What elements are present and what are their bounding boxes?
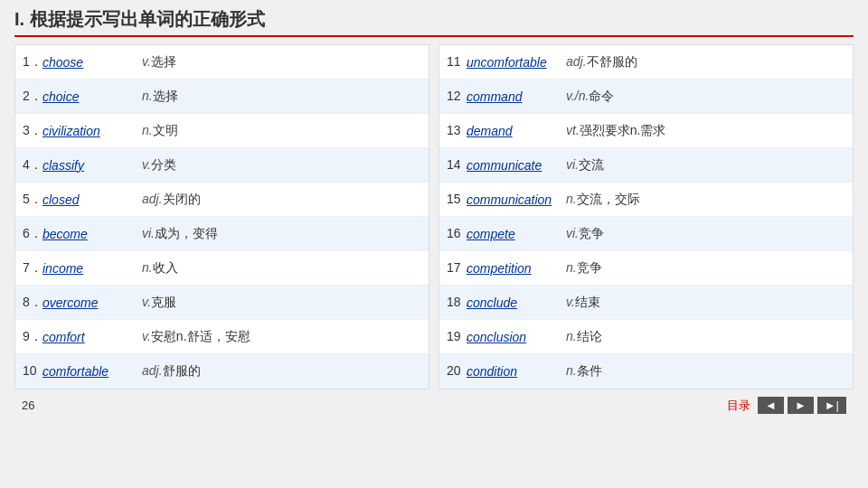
row-number: 10． [23,363,42,380]
vocab-definition: v.分类 [142,157,421,174]
vocab-word: closed [42,192,142,207]
vocab-word: communication [467,192,566,207]
row-number: 20． [447,363,467,380]
row-number: 12． [447,89,467,105]
content-area: 1．choosev.选择2．choicen.选择3．civilizationn.… [14,44,854,389]
table-row: 17．competitionn.竞争 [439,251,853,286]
vocab-word: communicate [467,158,566,173]
vocab-definition: v.安慰n.舒适，安慰 [142,329,421,345]
main-container: I. 根据提示写出单词的正确形式 1．choosev.选择2．choicen.选… [0,0,868,488]
page-title: I. 根据提示写出单词的正确形式 [14,7,854,37]
row-number: 13． [447,123,467,139]
vocab-word: classify [42,158,142,173]
table-row: 10．comfortableadj.舒服的 [15,354,429,389]
vocab-word: compete [467,227,566,241]
vocab-definition: v.克服 [142,295,421,311]
vocab-definition: n.竞争 [566,260,845,277]
vocab-word: comfortable [42,364,142,379]
vocab-word: comfort [42,330,142,344]
table-row: 11．uncomfortableadj.不舒服的 [439,45,853,80]
vocab-definition: n.收入 [142,260,421,277]
vocab-word: condition [467,364,566,379]
menu-button[interactable]: 目录 [727,398,750,414]
table-row: 19．conclusionn.结论 [439,320,853,354]
vocab-word: civilization [42,124,142,138]
vocab-definition: n.交流，交际 [566,192,845,208]
row-number: 6． [23,226,42,242]
table-row: 14．communicatevi.交流 [439,148,853,183]
vocab-word: overcome [42,296,142,310]
table-row: 5．closedadj.关闭的 [15,183,429,217]
row-number: 16． [447,226,467,242]
row-number: 14． [447,157,467,174]
table-row: 9．comfortv.安慰n.舒适，安慰 [15,320,429,354]
navigation-buttons: 目录 ◄ ► ►| [727,397,846,414]
vocab-definition: v.结束 [566,295,845,311]
row-number: 4． [23,157,42,174]
vocab-word: income [42,261,142,276]
vocab-word: demand [467,124,566,138]
row-number: 15． [447,192,467,208]
right-column: 11．uncomfortableadj.不舒服的12．commandv./n.命… [439,44,854,389]
footer: 26 目录 ◄ ► ►| [14,393,854,418]
table-row: 8．overcomev.克服 [15,286,429,320]
table-row: 4．classifyv.分类 [15,148,429,183]
row-number: 1． [23,54,42,70]
vocab-word: command [467,89,566,104]
table-row: 18．concludev.结束 [439,286,853,320]
table-row: 7．incomen.收入 [15,251,429,286]
vocab-definition: n.选择 [142,89,421,105]
table-row: 16．competevi.竞争 [439,217,853,251]
table-row: 2．choicen.选择 [15,80,429,114]
row-number: 9． [23,329,42,345]
table-row: 20．conditionn.条件 [439,354,853,389]
vocab-definition: n.结论 [566,329,845,345]
vocab-definition: n.文明 [142,123,421,139]
table-row: 3．civilizationn.文明 [15,114,429,148]
vocab-definition: adj.不舒服的 [566,54,845,70]
vocab-word: conclude [467,296,566,310]
table-row: 6．becomevi.成为，变得 [15,217,429,251]
row-number: 11． [447,54,467,70]
page-number: 26 [22,399,34,412]
vocab-definition: adj.舒服的 [142,363,421,380]
row-number: 17． [447,260,467,277]
vocab-word: choice [42,89,142,104]
table-row: 13．demandvt.强烈要求n.需求 [439,114,853,148]
vocab-definition: vi.竞争 [566,226,845,242]
vocab-word: become [42,227,142,241]
end-button[interactable]: ►| [817,397,846,414]
table-row: 12．commandv./n.命令 [439,80,853,114]
vocab-word: uncomfortable [467,55,566,70]
vocab-definition: adj.关闭的 [142,192,421,208]
row-number: 19． [447,329,467,345]
vocab-word: conclusion [467,330,566,344]
prev-button[interactable]: ◄ [758,397,784,414]
vocab-definition: v./n.命令 [566,89,845,105]
vocab-definition: n.条件 [566,363,845,380]
row-number: 3． [23,123,42,139]
vocab-word: choose [42,55,142,70]
left-column: 1．choosev.选择2．choicen.选择3．civilizationn.… [14,44,429,389]
row-number: 7． [23,260,42,277]
row-number: 2． [23,89,42,105]
row-number: 5． [23,192,42,208]
vocab-definition: vt.强烈要求n.需求 [566,123,845,139]
vocab-definition: vi.成为，变得 [142,226,421,242]
vocab-definition: v.选择 [142,54,421,70]
table-row: 15．communicationn.交流，交际 [439,183,853,217]
next-button[interactable]: ► [788,397,814,414]
row-number: 8． [23,295,42,311]
vocab-definition: vi.交流 [566,157,845,174]
vocab-word: competition [467,261,566,276]
table-row: 1．choosev.选择 [15,45,429,80]
row-number: 18． [447,295,467,311]
